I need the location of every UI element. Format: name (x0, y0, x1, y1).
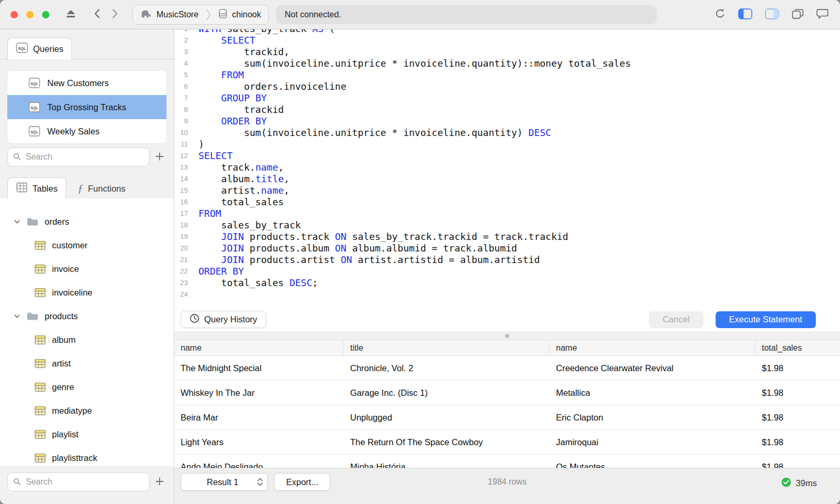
code-line[interactable]: sum(invoiceline.unitprice * invoiceline.… (198, 127, 631, 139)
code-line[interactable]: total_sales DESC; (198, 277, 631, 289)
line-number: 21 (174, 254, 188, 266)
breadcrumb-database[interactable]: chinook (211, 5, 268, 24)
query-search-input[interactable] (7, 148, 150, 166)
breadcrumb-connection[interactable]: MusicStore (133, 5, 206, 24)
query-search-row (7, 148, 170, 166)
queries-tab-row: SQL Queries (0, 29, 174, 59)
sql-file-icon: SQL (28, 101, 40, 113)
add-query-button[interactable] (150, 148, 170, 166)
result-row[interactable]: Beira MarUnpluggedEric Clapton$1.98 (174, 405, 840, 430)
result-selector-label: Result 1 (181, 477, 257, 487)
line-number: 20 (174, 243, 188, 254)
table-item[interactable]: customer (0, 234, 174, 257)
code-line[interactable]: trackid, (198, 46, 631, 58)
sql-editor[interactable]: 123456789101112131415161718192021222324 … (174, 29, 840, 307)
splitter-handle[interactable] (174, 332, 840, 340)
query-history-button[interactable]: Query History (181, 311, 266, 328)
disconnect-button[interactable] (65, 9, 77, 20)
export-button[interactable]: Export... (274, 473, 330, 491)
tree-item-label: mediatype (52, 406, 92, 416)
connection-status[interactable]: Not connected. (276, 5, 657, 24)
code-line[interactable]: SELECT (198, 35, 631, 46)
forward-button[interactable] (112, 8, 119, 20)
sql-badge-icon: SQL (16, 42, 28, 56)
line-number: 7 (174, 92, 188, 104)
line-number: 17 (174, 208, 188, 219)
table-item[interactable]: playlist (0, 423, 174, 446)
tree-item-label: invoice (52, 264, 79, 274)
execute-statement-button[interactable]: Execute Statement (716, 311, 816, 328)
table-icon (35, 429, 46, 439)
result-cell: Whiskey In The Jar (174, 381, 344, 405)
search-icon (13, 153, 21, 163)
code-line[interactable]: sum(invoiceline.unitprice * invoiceline.… (198, 58, 631, 69)
tab-functions[interactable]: ƒ Functions (78, 183, 125, 194)
code-line[interactable]: JOIN products.track ON sales_by_track.tr… (198, 231, 631, 243)
table-search-input[interactable] (7, 472, 150, 491)
code-line[interactable]: JOIN products.album ON album.albumid = t… (198, 243, 631, 254)
refresh-button[interactable] (715, 8, 726, 21)
table-item[interactable]: genre (0, 375, 174, 399)
folder-icon (26, 217, 39, 227)
tab-tables[interactable]: Tables (7, 177, 66, 199)
back-button[interactable] (93, 8, 100, 20)
code-line[interactable] (198, 289, 631, 300)
code-line[interactable]: FROM (198, 208, 631, 219)
code-line[interactable]: JOIN products.artist ON artist.artistid … (198, 254, 631, 266)
result-row[interactable]: Whiskey In The JarGarage Inc. (Disc 1)Me… (174, 381, 840, 405)
feedback-button[interactable] (816, 8, 828, 21)
toggle-right-sidebar-button[interactable] (765, 8, 779, 21)
table-item[interactable]: playlisttrack (0, 446, 174, 466)
column-header[interactable]: title (344, 340, 550, 355)
code-line[interactable]: ORDER BY (198, 116, 631, 127)
close-button[interactable] (10, 11, 18, 18)
schema-folder[interactable]: orders (0, 210, 174, 234)
code-line[interactable]: ORDER BY (198, 266, 631, 277)
code-line[interactable]: track.name, (198, 162, 631, 173)
result-row[interactable]: The Midnight SpecialChronicle, Vol. 2Cre… (174, 356, 840, 381)
table-item[interactable]: album (0, 328, 174, 352)
toggle-left-sidebar-button[interactable] (738, 8, 752, 21)
disclosure-chevron-icon[interactable] (14, 218, 20, 225)
code-line[interactable]: total_sales (198, 196, 631, 208)
disclosure-chevron-icon[interactable] (14, 313, 20, 320)
tables-tab-row: Tables ƒ Functions (0, 177, 174, 199)
query-item[interactable]: SQLWeekly Sales (7, 119, 166, 143)
query-timing: 39ms (781, 477, 817, 489)
minimize-button[interactable] (26, 11, 34, 18)
zoom-button[interactable] (42, 11, 49, 18)
result-row[interactable]: Ando Meio DesligadoMinha HistóriaOs Muta… (174, 455, 840, 468)
result-row[interactable]: Light YearsThe Return Of The Space Cowbo… (174, 430, 840, 455)
code-line[interactable]: trackid (198, 104, 631, 116)
schema-folder[interactable]: products (0, 304, 174, 328)
column-header[interactable]: name (550, 340, 755, 355)
show-tabs-button[interactable] (792, 8, 804, 21)
table-item[interactable]: mediatype (0, 399, 174, 423)
query-item[interactable]: SQLNew Customers (7, 71, 166, 95)
code-line[interactable]: artist.name, (198, 185, 631, 196)
code-line[interactable]: WITH sales_by_track AS ( (198, 29, 631, 35)
table-item[interactable]: invoiceline (0, 281, 174, 304)
table-item[interactable]: invoice (0, 257, 174, 281)
code-line[interactable]: ) (198, 139, 631, 150)
line-number: 12 (174, 150, 188, 162)
cancel-button[interactable]: Cancel (649, 311, 703, 328)
tab-queries[interactable]: SQL Queries (7, 38, 72, 59)
code-line[interactable]: sales_by_track (198, 219, 631, 231)
code-line[interactable]: orders.invoiceline (198, 81, 631, 92)
chevron-left-icon (93, 8, 100, 20)
column-header[interactable]: total_sales (755, 340, 840, 355)
code-line[interactable]: album.title, (198, 173, 631, 185)
sql-file-icon: SQL (28, 77, 40, 89)
column-header[interactable]: name (174, 340, 344, 355)
code-line[interactable]: FROM (198, 69, 631, 81)
line-number: 4 (174, 58, 188, 69)
query-item[interactable]: SQLTop Grossing Tracks (7, 95, 166, 119)
line-number: 13 (174, 162, 188, 173)
line-number: 22 (174, 266, 188, 277)
code-line[interactable]: SELECT (198, 150, 631, 162)
code-line[interactable]: GROUP BY (198, 92, 631, 104)
table-item[interactable]: artist (0, 352, 174, 375)
result-selector[interactable]: Result 1 (181, 473, 268, 491)
add-table-button[interactable] (150, 472, 170, 491)
